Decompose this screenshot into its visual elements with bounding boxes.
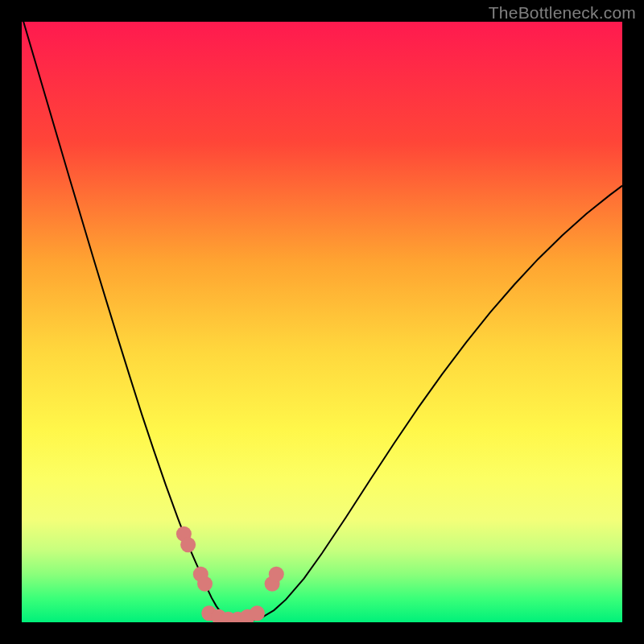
bottleneck-chart [22,22,622,622]
curve-marker [197,576,213,592]
chart-background [22,22,622,622]
chart-stage: TheBottleneck.com [0,0,644,644]
watermark-text: TheBottleneck.com [489,3,636,23]
curve-marker [250,605,265,621]
curve-marker [180,537,196,552]
curve-marker [269,567,284,582]
